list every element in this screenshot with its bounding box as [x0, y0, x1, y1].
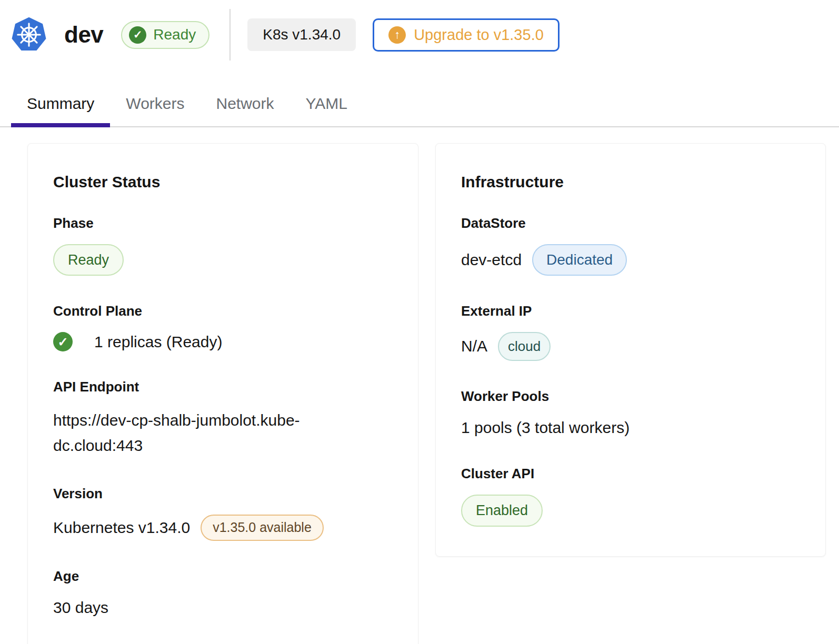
- external-ip-label: External IP: [461, 303, 800, 319]
- control-plane-field: Control Plane ✓ 1 replicas (Ready): [53, 303, 393, 351]
- api-endpoint-field: API Endpoint https://dev-cp-shalb-jumbol…: [53, 379, 393, 458]
- cluster-api-enabled-badge: Enabled: [461, 495, 543, 526]
- upgrade-arrow-icon: ↑: [388, 26, 406, 44]
- version-available-badge: v1.35.0 available: [201, 515, 324, 541]
- cluster-status-card-title: Cluster Status: [53, 173, 393, 191]
- external-ip-cloud-badge: cloud: [498, 332, 551, 361]
- cluster-status-card: Cluster Status Phase Ready Control Plane…: [27, 143, 418, 644]
- external-ip-field: External IP N/A cloud: [461, 303, 800, 361]
- external-ip-value: N/A: [461, 336, 487, 357]
- phase-label: Phase: [53, 215, 393, 232]
- k8s-version-badge: K8s v1.34.0: [247, 18, 356, 51]
- upgrade-button[interactable]: ↑ Upgrade to v1.35.0: [373, 18, 560, 52]
- age-label: Age: [53, 568, 393, 585]
- cluster-api-label: Cluster API: [461, 466, 800, 482]
- api-endpoint-label: API Endpoint: [53, 379, 393, 395]
- upgrade-button-label: Upgrade to v1.35.0: [414, 26, 544, 44]
- version-label: Version: [53, 486, 393, 502]
- datastore-value: dev-etcd: [461, 249, 522, 271]
- cluster-header: dev ✓ Ready K8s v1.34.0 ↑ Upgrade to v1.…: [0, 0, 839, 69]
- cluster-name: dev: [64, 22, 103, 48]
- cluster-status-badge-label: Ready: [153, 26, 196, 43]
- datastore-field: DataStore dev-etcd Dedicated: [461, 215, 800, 276]
- header-divider: [229, 9, 231, 61]
- check-circle-icon: ✓: [53, 332, 73, 351]
- version-value: Kubernetes v1.34.0: [53, 517, 190, 539]
- worker-pools-field: Worker Pools 1 pools (3 total workers): [461, 388, 800, 439]
- phase-field: Phase Ready: [53, 215, 393, 276]
- summary-content: Cluster Status Phase Ready Control Plane…: [27, 143, 826, 644]
- tab-yaml[interactable]: YAML: [290, 87, 363, 127]
- cluster-status-badge: ✓ Ready: [121, 21, 209, 49]
- tab-network[interactable]: Network: [200, 87, 289, 127]
- phase-ready-badge: Ready: [53, 244, 124, 276]
- tab-workers[interactable]: Workers: [110, 87, 200, 127]
- check-circle-icon: ✓: [129, 26, 146, 44]
- worker-pools-value: 1 pools (3 total workers): [461, 417, 800, 439]
- worker-pools-label: Worker Pools: [461, 388, 800, 405]
- cluster-api-field: Cluster API Enabled: [461, 466, 800, 526]
- control-plane-label: Control Plane: [53, 303, 393, 319]
- api-endpoint-value: https://dev-cp-shalb-jumbolot.kube-dc.cl…: [53, 408, 348, 458]
- version-field: Version Kubernetes v1.34.0 v1.35.0 avail…: [53, 486, 393, 541]
- tab-bar: Summary Workers Network YAML: [0, 87, 839, 127]
- infrastructure-card: Infrastructure DataStore dev-etcd Dedica…: [435, 143, 826, 557]
- age-value: 30 days: [53, 597, 393, 619]
- control-plane-value: 1 replicas (Ready): [94, 333, 222, 351]
- infrastructure-card-title: Infrastructure: [461, 173, 800, 191]
- age-field: Age 30 days: [53, 568, 393, 619]
- datastore-label: DataStore: [461, 215, 800, 232]
- kubernetes-logo-icon: [9, 15, 48, 55]
- datastore-dedicated-badge: Dedicated: [532, 244, 627, 276]
- tab-summary[interactable]: Summary: [11, 87, 110, 127]
